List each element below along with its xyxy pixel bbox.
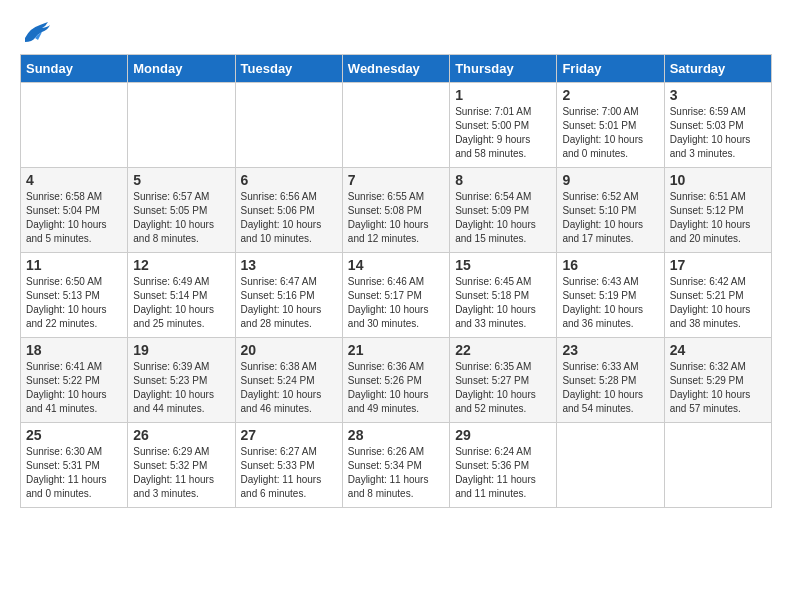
day-number: 4 [26, 172, 122, 188]
day-info: Sunrise: 6:50 AM Sunset: 5:13 PM Dayligh… [26, 275, 122, 331]
day-info: Sunrise: 6:57 AM Sunset: 5:05 PM Dayligh… [133, 190, 229, 246]
day-number: 11 [26, 257, 122, 273]
week-row-5: 25Sunrise: 6:30 AM Sunset: 5:31 PM Dayli… [21, 423, 772, 508]
day-info: Sunrise: 6:51 AM Sunset: 5:12 PM Dayligh… [670, 190, 766, 246]
day-number: 25 [26, 427, 122, 443]
day-info: Sunrise: 7:00 AM Sunset: 5:01 PM Dayligh… [562, 105, 658, 161]
day-number: 19 [133, 342, 229, 358]
day-info: Sunrise: 6:46 AM Sunset: 5:17 PM Dayligh… [348, 275, 444, 331]
table-cell: 18Sunrise: 6:41 AM Sunset: 5:22 PM Dayli… [21, 338, 128, 423]
table-cell: 2Sunrise: 7:00 AM Sunset: 5:01 PM Daylig… [557, 83, 664, 168]
day-number: 26 [133, 427, 229, 443]
table-cell: 7Sunrise: 6:55 AM Sunset: 5:08 PM Daylig… [342, 168, 449, 253]
table-cell: 14Sunrise: 6:46 AM Sunset: 5:17 PM Dayli… [342, 253, 449, 338]
day-number: 13 [241, 257, 337, 273]
header-sunday: Sunday [21, 55, 128, 83]
table-cell: 26Sunrise: 6:29 AM Sunset: 5:32 PM Dayli… [128, 423, 235, 508]
table-cell: 6Sunrise: 6:56 AM Sunset: 5:06 PM Daylig… [235, 168, 342, 253]
day-number: 18 [26, 342, 122, 358]
day-number: 21 [348, 342, 444, 358]
header-thursday: Thursday [450, 55, 557, 83]
table-cell: 25Sunrise: 6:30 AM Sunset: 5:31 PM Dayli… [21, 423, 128, 508]
table-cell: 9Sunrise: 6:52 AM Sunset: 5:10 PM Daylig… [557, 168, 664, 253]
day-info: Sunrise: 6:55 AM Sunset: 5:08 PM Dayligh… [348, 190, 444, 246]
page-header [20, 20, 772, 44]
day-number: 29 [455, 427, 551, 443]
day-number: 17 [670, 257, 766, 273]
day-info: Sunrise: 6:42 AM Sunset: 5:21 PM Dayligh… [670, 275, 766, 331]
table-cell: 17Sunrise: 6:42 AM Sunset: 5:21 PM Dayli… [664, 253, 771, 338]
day-info: Sunrise: 6:26 AM Sunset: 5:34 PM Dayligh… [348, 445, 444, 501]
day-number: 22 [455, 342, 551, 358]
day-info: Sunrise: 6:36 AM Sunset: 5:26 PM Dayligh… [348, 360, 444, 416]
day-info: Sunrise: 6:49 AM Sunset: 5:14 PM Dayligh… [133, 275, 229, 331]
day-info: Sunrise: 6:52 AM Sunset: 5:10 PM Dayligh… [562, 190, 658, 246]
week-row-3: 11Sunrise: 6:50 AM Sunset: 5:13 PM Dayli… [21, 253, 772, 338]
day-info: Sunrise: 6:33 AM Sunset: 5:28 PM Dayligh… [562, 360, 658, 416]
calendar-table: SundayMondayTuesdayWednesdayThursdayFrid… [20, 54, 772, 508]
day-number: 8 [455, 172, 551, 188]
table-cell [21, 83, 128, 168]
table-cell: 27Sunrise: 6:27 AM Sunset: 5:33 PM Dayli… [235, 423, 342, 508]
day-info: Sunrise: 6:59 AM Sunset: 5:03 PM Dayligh… [670, 105, 766, 161]
table-cell [342, 83, 449, 168]
header-saturday: Saturday [664, 55, 771, 83]
table-cell: 21Sunrise: 6:36 AM Sunset: 5:26 PM Dayli… [342, 338, 449, 423]
day-info: Sunrise: 6:58 AM Sunset: 5:04 PM Dayligh… [26, 190, 122, 246]
calendar-header-row: SundayMondayTuesdayWednesdayThursdayFrid… [21, 55, 772, 83]
day-number: 3 [670, 87, 766, 103]
day-info: Sunrise: 6:30 AM Sunset: 5:31 PM Dayligh… [26, 445, 122, 501]
table-cell: 5Sunrise: 6:57 AM Sunset: 5:05 PM Daylig… [128, 168, 235, 253]
table-cell: 12Sunrise: 6:49 AM Sunset: 5:14 PM Dayli… [128, 253, 235, 338]
table-cell: 10Sunrise: 6:51 AM Sunset: 5:12 PM Dayli… [664, 168, 771, 253]
day-info: Sunrise: 6:56 AM Sunset: 5:06 PM Dayligh… [241, 190, 337, 246]
day-number: 1 [455, 87, 551, 103]
table-cell [128, 83, 235, 168]
table-cell: 16Sunrise: 6:43 AM Sunset: 5:19 PM Dayli… [557, 253, 664, 338]
header-friday: Friday [557, 55, 664, 83]
table-cell: 1Sunrise: 7:01 AM Sunset: 5:00 PM Daylig… [450, 83, 557, 168]
day-info: Sunrise: 6:27 AM Sunset: 5:33 PM Dayligh… [241, 445, 337, 501]
table-cell: 20Sunrise: 6:38 AM Sunset: 5:24 PM Dayli… [235, 338, 342, 423]
logo [20, 20, 54, 44]
day-number: 10 [670, 172, 766, 188]
table-cell [235, 83, 342, 168]
table-cell: 22Sunrise: 6:35 AM Sunset: 5:27 PM Dayli… [450, 338, 557, 423]
day-info: Sunrise: 6:35 AM Sunset: 5:27 PM Dayligh… [455, 360, 551, 416]
table-cell [664, 423, 771, 508]
table-cell: 4Sunrise: 6:58 AM Sunset: 5:04 PM Daylig… [21, 168, 128, 253]
table-cell: 15Sunrise: 6:45 AM Sunset: 5:18 PM Dayli… [450, 253, 557, 338]
table-cell: 23Sunrise: 6:33 AM Sunset: 5:28 PM Dayli… [557, 338, 664, 423]
day-number: 7 [348, 172, 444, 188]
table-cell: 29Sunrise: 6:24 AM Sunset: 5:36 PM Dayli… [450, 423, 557, 508]
table-cell: 8Sunrise: 6:54 AM Sunset: 5:09 PM Daylig… [450, 168, 557, 253]
header-wednesday: Wednesday [342, 55, 449, 83]
week-row-4: 18Sunrise: 6:41 AM Sunset: 5:22 PM Dayli… [21, 338, 772, 423]
day-info: Sunrise: 6:47 AM Sunset: 5:16 PM Dayligh… [241, 275, 337, 331]
day-info: Sunrise: 6:41 AM Sunset: 5:22 PM Dayligh… [26, 360, 122, 416]
week-row-2: 4Sunrise: 6:58 AM Sunset: 5:04 PM Daylig… [21, 168, 772, 253]
week-row-1: 1Sunrise: 7:01 AM Sunset: 5:00 PM Daylig… [21, 83, 772, 168]
day-number: 14 [348, 257, 444, 273]
day-number: 9 [562, 172, 658, 188]
table-cell: 13Sunrise: 6:47 AM Sunset: 5:16 PM Dayli… [235, 253, 342, 338]
day-info: Sunrise: 6:32 AM Sunset: 5:29 PM Dayligh… [670, 360, 766, 416]
day-info: Sunrise: 6:43 AM Sunset: 5:19 PM Dayligh… [562, 275, 658, 331]
header-monday: Monday [128, 55, 235, 83]
day-info: Sunrise: 6:39 AM Sunset: 5:23 PM Dayligh… [133, 360, 229, 416]
day-info: Sunrise: 7:01 AM Sunset: 5:00 PM Dayligh… [455, 105, 551, 161]
table-cell: 19Sunrise: 6:39 AM Sunset: 5:23 PM Dayli… [128, 338, 235, 423]
day-info: Sunrise: 6:45 AM Sunset: 5:18 PM Dayligh… [455, 275, 551, 331]
table-cell: 3Sunrise: 6:59 AM Sunset: 5:03 PM Daylig… [664, 83, 771, 168]
day-info: Sunrise: 6:54 AM Sunset: 5:09 PM Dayligh… [455, 190, 551, 246]
table-cell: 11Sunrise: 6:50 AM Sunset: 5:13 PM Dayli… [21, 253, 128, 338]
header-tuesday: Tuesday [235, 55, 342, 83]
day-number: 27 [241, 427, 337, 443]
day-number: 28 [348, 427, 444, 443]
day-info: Sunrise: 6:38 AM Sunset: 5:24 PM Dayligh… [241, 360, 337, 416]
day-number: 16 [562, 257, 658, 273]
day-number: 2 [562, 87, 658, 103]
day-number: 15 [455, 257, 551, 273]
day-number: 24 [670, 342, 766, 358]
day-info: Sunrise: 6:29 AM Sunset: 5:32 PM Dayligh… [133, 445, 229, 501]
